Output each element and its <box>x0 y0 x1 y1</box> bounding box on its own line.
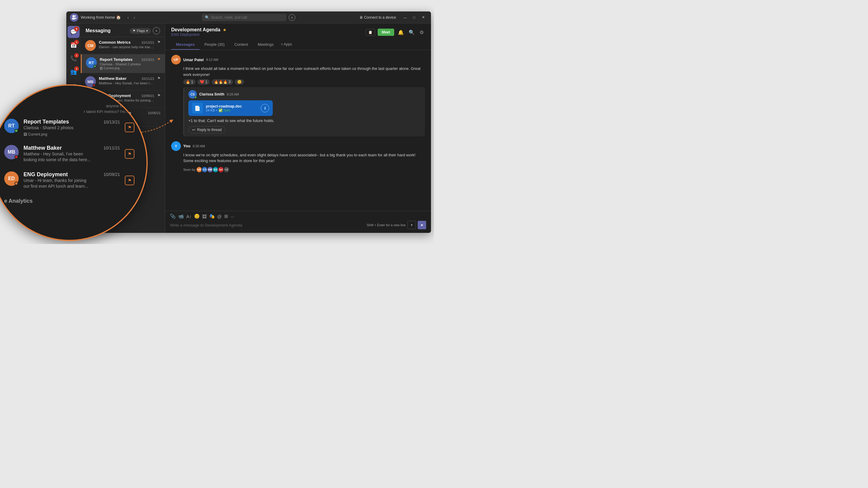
file-size: 24 KB <box>206 108 215 112</box>
mag-file: 🖼 Current.png <box>24 132 120 136</box>
tab-people[interactable]: People (30) <box>199 40 229 50</box>
sidebar-item-calendar[interactable]: 📅 1 <box>67 39 80 51</box>
nav-forward-button[interactable]: › <box>132 14 137 21</box>
avatar-wrapper: CM <box>85 40 96 51</box>
svg-point-1 <box>75 15 76 17</box>
flag-indicator: ⚑ <box>157 93 161 98</box>
chat-header-top: Development Agenda ★ ENG Deployment 📋 Me… <box>171 27 425 37</box>
message-time: 8:30 AM <box>193 144 205 148</box>
sticker-button[interactable]: 🎭 <box>209 214 215 219</box>
send-options-button[interactable]: ▾ <box>407 221 416 229</box>
message-body: I think we should all take a moment to r… <box>183 66 425 77</box>
download-button[interactable]: ⬇ <box>261 104 269 112</box>
conv-top: Matthew Baker 10/11/21 <box>99 76 154 81</box>
message-input-placeholder[interactable]: Write a message to Development Agenda <box>170 223 364 227</box>
chat-title-area: Development Agenda ★ ENG Deployment <box>171 27 227 37</box>
reaction-smile[interactable]: 😊 <box>235 79 244 85</box>
new-conversation-button[interactable]: + <box>153 27 160 34</box>
flags-label: Flags <box>137 29 145 33</box>
mag-flag: ⚑ <box>125 149 134 159</box>
title-bar-center: 🔍 + <box>159 14 338 21</box>
tab-content[interactable]: Content <box>229 40 253 50</box>
nav-back-button[interactable]: ‹ <box>126 14 131 21</box>
close-button[interactable]: ✕ <box>419 14 427 21</box>
conv-item-common-metrics[interactable]: CM Common Metrics 10/13/21 Darren - can … <box>81 37 165 54</box>
seen-by-area: Seen by UP CS MB ED SA +2 <box>183 166 425 173</box>
safe-badge: ✅ Safe <box>218 108 230 112</box>
partial-text-top: anyone hel... <box>4 104 134 108</box>
chat-header-actions: 📋 Meet 🔔 🔍 ⚙ <box>366 28 425 36</box>
mag-flag: ⚑ <box>125 175 134 185</box>
conv-name: Common Metrics <box>99 40 130 44</box>
conv-meta: 🖼 Current.png <box>100 67 154 70</box>
conv-date: 10/11/21 <box>141 77 154 80</box>
messages-area: UP Umar Patel 8:12 AM I think we should … <box>165 50 431 211</box>
add-new-button[interactable]: + <box>289 14 296 21</box>
reply-to-thread-button[interactable]: ↩ Reply to thread <box>188 126 225 133</box>
seen-more-count: +2 <box>223 166 230 173</box>
tab-add-apps[interactable]: + Apps <box>278 40 294 50</box>
people-badge: 1 <box>74 66 79 71</box>
conv-panel-title: Messaging <box>86 28 111 33</box>
conv-preview: Darren - can anyone help me track down o… <box>99 45 154 49</box>
connect-device-label: Connect to a device <box>364 15 396 20</box>
partial-text-top2: r latest KPI metrics? I'm... <box>4 109 134 114</box>
sidebar-item-people[interactable]: 👥 1 <box>67 66 80 78</box>
mag-top: Matthew Baker 10/11/21 <box>24 145 120 151</box>
input-box: Write a message to Development Agenda Sh… <box>170 221 426 229</box>
flags-button[interactable]: ⚑ Flags ▾ <box>130 28 151 34</box>
svg-rect-3 <box>74 18 76 19</box>
reply-body: +1 to that. Can't wait to see what the f… <box>188 118 421 124</box>
emoji-button[interactable]: 😊 <box>194 214 200 219</box>
reply-header: CS Clarissa Smith 8:28 AM <box>188 90 421 98</box>
mag-name: ENG Deployment <box>24 171 68 178</box>
minimize-button[interactable]: — <box>401 14 409 21</box>
conv-panel-header: Messaging ⚑ Flags ▾ + <box>81 24 165 37</box>
conv-item-report-templates[interactable]: RT Report Templates 10/13/21 Clarissa - … <box>81 54 165 73</box>
mag-item-report-templates[interactable]: RT Report Templates 10/13/21 Clarissa - … <box>4 119 134 136</box>
search-chat-button[interactable]: 🔍 <box>407 28 416 36</box>
format-text-button[interactable]: A↑ <box>186 214 192 219</box>
apps-button[interactable]: ⊞ <box>224 214 228 219</box>
star-icon: ★ <box>223 27 227 32</box>
copy-link-button[interactable]: 📋 <box>366 29 375 36</box>
more-options-button[interactable]: ⚙ <box>418 28 425 36</box>
tab-messages[interactable]: Messages <box>171 40 199 50</box>
meet-button[interactable]: Meet <box>378 29 394 36</box>
mag-item-matthew-baker[interactable]: MB Matthew Baker 10/11/21 Matthew - Hey … <box>4 145 134 163</box>
more-tools-button[interactable]: ··· <box>230 214 235 219</box>
conv-info: Common Metrics 10/13/21 Darren - can any… <box>99 40 154 49</box>
mag-item-eng-deployment[interactable]: ED ENG Deployment 10/09/21 Umar - Hi tea… <box>4 171 134 190</box>
send-button[interactable]: ➤ <box>418 221 426 229</box>
chat-badge: 5 <box>74 27 79 31</box>
reaction-fire[interactable]: 🔥 1 <box>183 79 195 85</box>
status-indicator <box>93 84 96 87</box>
avatar-wrapper: RT <box>86 57 97 68</box>
sidebar-item-calls[interactable]: 📞 1 <box>67 53 80 64</box>
seen-by-label: Seen by <box>183 168 195 171</box>
attach-file-button[interactable]: 📎 <box>170 214 176 219</box>
copy-icon: 📋 <box>368 30 373 34</box>
reply-sender-name: Clarissa Smith <box>199 92 224 96</box>
search-input[interactable] <box>202 14 286 21</box>
mag-avatar: ED <box>4 171 19 186</box>
flag-indicator: ⚑ <box>157 57 161 61</box>
image-button[interactable]: 🖼 <box>202 214 207 219</box>
nav-buttons: ‹ › <box>126 14 137 21</box>
avatar-wrapper: MB <box>85 76 96 87</box>
mention-button[interactable]: @ <box>217 214 222 219</box>
maximize-button[interactable]: □ <box>410 14 418 21</box>
sidebar-item-chat[interactable]: 💬 5 <box>67 26 80 38</box>
flag-indicator: ⚑ <box>157 76 161 80</box>
video-button[interactable]: 📹 <box>178 214 184 219</box>
tab-meetings[interactable]: Meetings <box>253 40 278 50</box>
mag-flag: ⚑ <box>125 123 134 132</box>
mag-preview: Umar - Hi team, thanks for joiningour fi… <box>24 178 120 190</box>
conv-item-matthew-baker[interactable]: MB Matthew Baker 10/11/21 Matthew - Hey … <box>81 73 165 90</box>
mag-name: Matthew Baker <box>24 145 62 151</box>
input-toolbar: 📎 📹 A↑ 😊 🖼 🎭 @ ⊞ ··· <box>170 214 426 219</box>
notification-settings-button[interactable]: 🔔 <box>397 28 405 36</box>
search-wrapper: 🔍 <box>202 14 286 21</box>
reaction-fire3[interactable]: 🔥🔥🔥 3 <box>212 79 233 85</box>
reaction-heart[interactable]: ❤️ 1 <box>197 79 210 85</box>
